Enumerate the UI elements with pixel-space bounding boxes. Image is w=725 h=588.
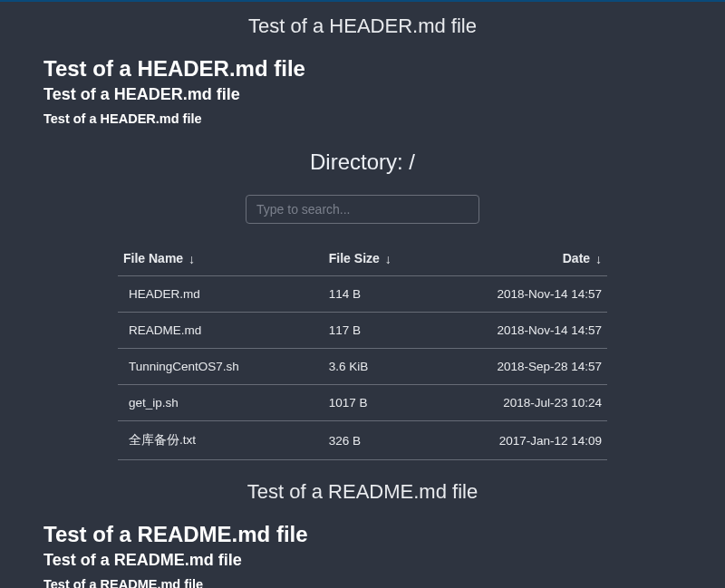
file-size-cell: 117 B <box>302 313 440 349</box>
table-header-row: File Name ↓ File Size ↓ Date ↓ <box>118 244 607 276</box>
column-header-date-label: Date <box>563 251 590 265</box>
file-name-cell[interactable]: HEADER.md <box>118 276 302 313</box>
file-name-cell[interactable]: 全库备份.txt <box>118 421 302 460</box>
file-size-cell: 326 B <box>302 421 440 460</box>
file-name-cell[interactable]: TunningCentOS7.sh <box>118 349 302 385</box>
table-row[interactable]: 全库备份.txt 326 B 2017-Jan-12 14:09 <box>118 421 607 460</box>
column-header-date[interactable]: Date ↓ <box>440 244 607 276</box>
file-date-cell: 2018-Nov-14 14:57 <box>440 276 607 313</box>
footer-h1: Test of a README.md file <box>44 522 682 547</box>
file-name-cell[interactable]: get_ip.sh <box>118 385 302 421</box>
footer-section-title: Test of a README.md file <box>0 480 725 504</box>
footer-h3: Test of a README.md file <box>44 577 682 588</box>
sort-arrow-down-icon: ↓ <box>385 252 392 266</box>
table-row[interactable]: get_ip.sh 1017 B 2018-Jul-23 10:24 <box>118 385 607 421</box>
header-h3: Test of a HEADER.md file <box>44 111 682 126</box>
table-row[interactable]: README.md 117 B 2018-Nov-14 14:57 <box>118 313 607 349</box>
file-listing-table: File Name ↓ File Size ↓ Date ↓ HEADER.md… <box>118 244 607 460</box>
file-date-cell: 2018-Sep-28 14:57 <box>440 349 607 385</box>
directory-label: Directory: / <box>0 149 725 175</box>
file-name-cell[interactable]: README.md <box>118 313 302 349</box>
footer-h2: Test of a README.md file <box>44 551 682 570</box>
footer-markdown-block: Test of a README.md file Test of a READM… <box>0 522 725 588</box>
file-size-cell: 114 B <box>302 276 440 313</box>
header-h2: Test of a HEADER.md file <box>44 85 682 104</box>
sort-arrow-down-icon: ↓ <box>595 252 602 266</box>
column-header-name-label: File Name <box>123 251 183 265</box>
column-header-name[interactable]: File Name ↓ <box>118 244 302 276</box>
search-input[interactable] <box>246 195 479 224</box>
file-date-cell: 2018-Jul-23 10:24 <box>440 385 607 421</box>
header-section-title: Test of a HEADER.md file <box>0 14 725 38</box>
file-date-cell: 2018-Nov-14 14:57 <box>440 313 607 349</box>
file-size-cell: 3.6 KiB <box>302 349 440 385</box>
column-header-size[interactable]: File Size ↓ <box>302 244 440 276</box>
table-row[interactable]: HEADER.md 114 B 2018-Nov-14 14:57 <box>118 276 607 313</box>
header-h1: Test of a HEADER.md file <box>44 56 682 82</box>
table-row[interactable]: TunningCentOS7.sh 3.6 KiB 2018-Sep-28 14… <box>118 349 607 385</box>
header-markdown-block: Test of a HEADER.md file Test of a HEADE… <box>0 56 725 126</box>
sort-arrow-down-icon: ↓ <box>188 252 195 266</box>
file-size-cell: 1017 B <box>302 385 440 421</box>
file-date-cell: 2017-Jan-12 14:09 <box>440 421 607 460</box>
column-header-size-label: File Size <box>329 251 380 265</box>
